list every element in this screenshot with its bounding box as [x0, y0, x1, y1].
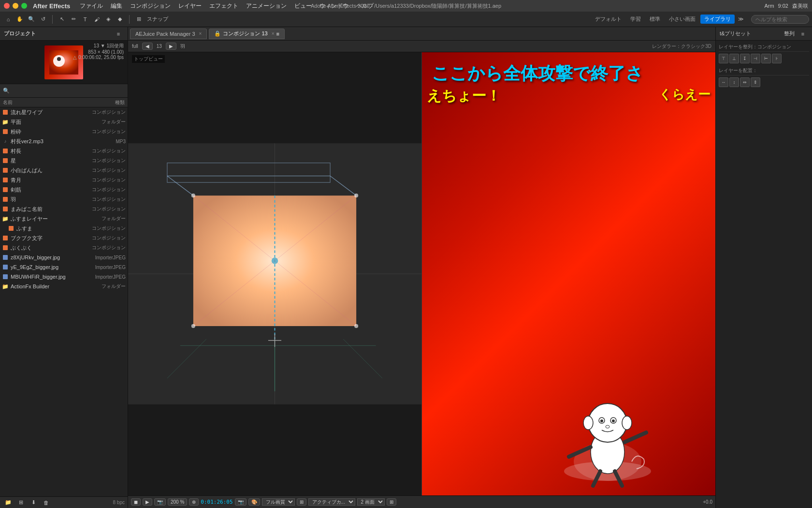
- zoom-tool[interactable]: 🔍: [26, 14, 37, 25]
- project-list-item[interactable]: ♪村長ver2.mp3MP3: [0, 136, 128, 146]
- title-right-area: Arm 9:02 森美咲: [764, 2, 808, 10]
- project-list-item[interactable]: yE_9EgZ_bigger.jpgImporterJPEG: [0, 262, 128, 272]
- snap-btn[interactable]: スナップ: [145, 14, 170, 25]
- align-top-btn[interactable]: ⊤: [719, 54, 728, 63]
- project-list-item[interactable]: まみばこ名前コンポジション: [0, 204, 128, 214]
- preview-btn[interactable]: ▶: [143, 498, 152, 506]
- view-select[interactable]: アクティブカ...: [308, 498, 355, 506]
- snap-btn2[interactable]: ⊕: [189, 498, 199, 506]
- workspace-library[interactable]: ライブラリ: [700, 15, 735, 24]
- workspace-study[interactable]: 学習: [626, 15, 645, 24]
- project-list-item[interactable]: 📁平面フォルダー: [0, 117, 128, 127]
- quality-select[interactable]: フル画質: [262, 498, 295, 506]
- item-name-label: ふすま: [16, 225, 87, 232]
- project-column-headers: 名前 種類: [0, 98, 128, 107]
- zoom-btn[interactable]: 200 %: [168, 498, 187, 506]
- anim-menu[interactable]: アニメーション: [246, 2, 287, 10]
- col-type-header: 種類: [86, 99, 125, 106]
- close-button[interactable]: [4, 3, 10, 9]
- help-search[interactable]: [751, 15, 809, 24]
- prev-frame-btn[interactable]: ◀: [142, 43, 153, 50]
- next-frame-btn[interactable]: ▶: [166, 43, 176, 50]
- hand-tool[interactable]: ✋: [14, 14, 25, 25]
- top-view-canvas: [128, 52, 421, 495]
- project-search-input[interactable]: [12, 88, 125, 94]
- pen-tool[interactable]: ✏: [68, 14, 79, 25]
- item-type-label: コンポジション: [87, 148, 126, 154]
- traffic-lights: [4, 3, 27, 9]
- item-type-label: コンポジション: [87, 244, 126, 251]
- project-list-item[interactable]: 青月コンポジション: [0, 175, 128, 185]
- layout-btn[interactable]: ⊞: [297, 498, 306, 506]
- project-list-item[interactable]: 📁ActionFx Builderフォルダー: [0, 282, 128, 291]
- align-left-btn[interactable]: ⊣: [751, 54, 760, 63]
- project-menu-icon[interactable]: ≡: [113, 29, 124, 39]
- project-list-item[interactable]: ブクブク文字コンポジション: [0, 233, 128, 243]
- project-list-item[interactable]: ふすまコンポジション: [0, 224, 128, 233]
- frame-info-btn[interactable]: ◼: [131, 498, 141, 506]
- select-tool[interactable]: ↖: [57, 14, 67, 25]
- render-label: レンダラー：クラシック3D: [652, 43, 711, 50]
- align-tool[interactable]: ⊞: [133, 14, 144, 25]
- new-comp-btn[interactable]: ⊞: [15, 497, 26, 508]
- effects-title: t&プリセット: [720, 30, 751, 37]
- home-tool[interactable]: ⌂: [3, 14, 14, 25]
- edit-menu[interactable]: 編集: [111, 2, 122, 10]
- tab-aejuice[interactable]: AEJuice Pack Manager 3 ×: [130, 29, 207, 39]
- layer-menu[interactable]: レイヤー: [178, 2, 202, 10]
- screen-select[interactable]: 2 画面: [357, 498, 385, 506]
- new-folder-btn[interactable]: 📁: [3, 497, 14, 508]
- view-full-label: full: [132, 44, 138, 49]
- tab-comp13-close[interactable]: ×: [272, 31, 275, 36]
- item-type-label: ImporterJPEG: [87, 274, 126, 280]
- effect-menu[interactable]: エフェクト: [209, 2, 238, 10]
- project-list-item[interactable]: 村長コンポジション: [0, 146, 128, 156]
- project-list-item[interactable]: 剣筋コンポジション: [0, 185, 128, 194]
- align-right-btn[interactable]: ⊦: [772, 54, 782, 63]
- dist-v-btn[interactable]: ↕: [729, 77, 739, 87]
- camera-toggle-btn[interactable]: 📷: [154, 498, 166, 506]
- minimize-button[interactable]: [13, 3, 18, 9]
- project-list-item[interactable]: 小白ばんばんコンポジション: [0, 165, 128, 175]
- project-list-item[interactable]: ぶくぶくコンポジション: [0, 243, 128, 253]
- project-list-item[interactable]: 星コンポジション: [0, 156, 128, 165]
- grid-btn[interactable]: ⊞: [387, 498, 396, 506]
- rotate-tool[interactable]: ↺: [38, 14, 48, 25]
- workspace-small[interactable]: 小さい画面: [665, 15, 699, 24]
- project-list-item[interactable]: z8XjURkv_bigger.jpgImporterJPEG: [0, 253, 128, 262]
- item-name-label: 小白ばんばん: [11, 167, 87, 174]
- project-list-item[interactable]: MBUWHFiR_bigger.jpgImporterJPEG: [0, 272, 128, 282]
- text-tool[interactable]: T: [80, 14, 90, 25]
- camera-icon-btn[interactable]: 📷: [235, 498, 246, 506]
- project-list-item[interactable]: 流れ星ワイプコンポジション: [0, 107, 128, 117]
- file-menu[interactable]: ファイル: [80, 2, 103, 10]
- project-list-item[interactable]: 粉砕コンポジション: [0, 127, 128, 136]
- window-title: Adobe After Effects 2020 - /Users/a12333…: [311, 2, 501, 10]
- fullscreen-button[interactable]: [21, 3, 27, 9]
- stamp-tool[interactable]: ◈: [103, 14, 114, 25]
- view-menu[interactable]: ビュー: [294, 2, 312, 10]
- color-btn[interactable]: 🎨: [248, 498, 260, 506]
- project-list-item[interactable]: 羽コンポジション: [0, 194, 128, 204]
- dist-space-v-btn[interactable]: ⇕: [751, 77, 760, 87]
- project-list-item[interactable]: 📁ふすまレイヤーフォルダー: [0, 214, 128, 224]
- align-hcenter-btn[interactable]: ⊢: [761, 54, 771, 63]
- puppet-tool[interactable]: ◆: [115, 14, 125, 25]
- more-workspaces[interactable]: ≫: [736, 14, 746, 25]
- effects-menu[interactable]: ≡: [798, 29, 808, 39]
- delete-item-btn[interactable]: 🗑: [41, 497, 51, 508]
- import-btn[interactable]: ⬇: [28, 497, 39, 508]
- camera-preview: ここから全体攻撃で終了さ えちょー！ くらえー: [422, 52, 715, 495]
- align-bottom-btn[interactable]: ↧: [740, 54, 750, 63]
- tab-aejuice-close[interactable]: ×: [199, 31, 202, 36]
- dist-h-btn[interactable]: ↔: [719, 77, 728, 87]
- character-svg: [559, 384, 656, 491]
- tab-comp13-menu[interactable]: ≡: [276, 31, 279, 37]
- comp-menu[interactable]: コンポジション: [130, 2, 171, 10]
- dist-space-h-btn[interactable]: ⇔: [740, 77, 750, 87]
- brush-tool[interactable]: 🖌: [91, 14, 102, 25]
- align-vcenter-btn[interactable]: ⊥: [729, 54, 739, 63]
- tab-composition-13[interactable]: 🔒 コンポジション 13 × ≡: [209, 29, 285, 39]
- workspace-default[interactable]: デフォルト: [591, 15, 625, 24]
- workspace-standard[interactable]: 標準: [646, 15, 664, 24]
